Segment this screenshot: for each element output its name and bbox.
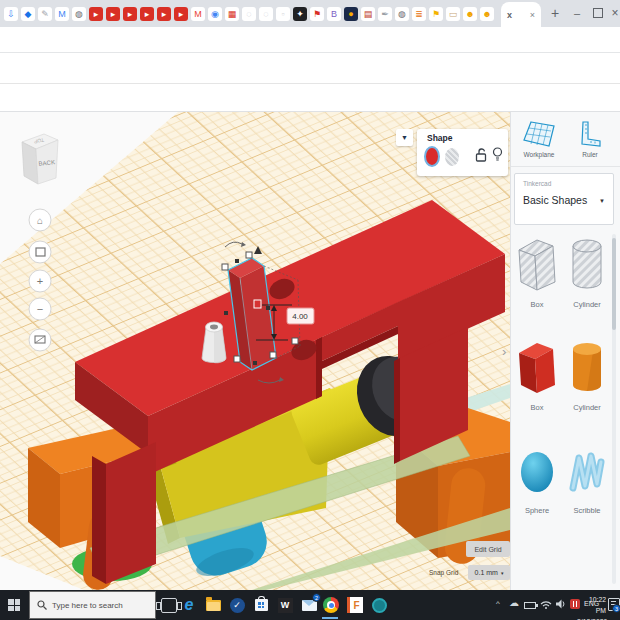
white-cone-shape[interactable]: [202, 322, 226, 363]
visibility-lightbulb-icon[interactable]: [492, 146, 503, 163]
active-tab-favicon: x: [507, 10, 512, 20]
pinned-tab[interactable]: ▸: [174, 7, 188, 21]
volume-icon[interactable]: [555, 599, 566, 609]
chrome-taskbar-icon[interactable]: [322, 596, 340, 614]
pinned-tab[interactable]: ▤: [361, 7, 375, 21]
category-label: Tinkercad: [523, 180, 551, 187]
snap-grid-dropdown[interactable]: 0.1 mm▾: [468, 565, 510, 580]
pinned-tab[interactable]: ▸: [106, 7, 120, 21]
pinned-tab[interactable]: ◍: [395, 7, 409, 21]
ruler-label: Ruler: [572, 151, 608, 158]
window-close-button[interactable]: ×: [606, 0, 620, 26]
home-icon[interactable]: ⌂: [37, 215, 43, 226]
shape-tile-sphere[interactable]: Sphere: [512, 442, 562, 515]
clock-time: 10:22 PM: [577, 595, 606, 617]
workplane-label: Workplane: [516, 151, 562, 158]
scene-svg: 4.00 TOP BACK ⌂ + − ›: [0, 112, 510, 590]
pinned-tab[interactable]: ✦: [293, 7, 307, 21]
search-icon: [37, 600, 47, 610]
shape-library-grid: Box Cylinder Box Cylinder Sphere Scribbl…: [512, 236, 612, 515]
battery-icon[interactable]: [524, 602, 536, 609]
taskbar-clock[interactable]: 10:22 PM 8/18/2020: [577, 595, 606, 620]
f-app-taskbar-icon[interactable]: F: [346, 596, 364, 614]
pinned-tab[interactable]: ▸: [123, 7, 137, 21]
active-tab[interactable]: x ×: [501, 2, 541, 27]
shape-category-dropdown[interactable]: Tinkercad Basic Shapes ▼: [514, 173, 614, 225]
shape-tile-cylinder-solid[interactable]: Cylinder: [562, 339, 612, 412]
tab-close-icon[interactable]: ×: [530, 10, 535, 20]
teal-app-taskbar-icon[interactable]: [370, 596, 388, 614]
zoom-out-icon: −: [37, 303, 43, 315]
pinned-tabs[interactable]: ⇩◆✎M◍▸▸▸▸▸▸M◉▦◌◌▫✦⚑B●▤✒◍≣⚑▭☻☻: [4, 5, 494, 23]
3d-viewport[interactable]: 4.00 TOP BACK ⌂ + − ›: [0, 112, 510, 590]
pinned-tab[interactable]: M: [191, 7, 205, 21]
w-app-taskbar-icon[interactable]: W: [276, 596, 294, 614]
start-button[interactable]: [0, 590, 28, 620]
chrome-active-underline: [322, 617, 338, 619]
mail-badge: 2: [312, 593, 321, 602]
shape-tile-box-hole[interactable]: Box: [512, 236, 562, 309]
onedrive-cloud-icon[interactable]: ☁: [509, 597, 519, 608]
window-minimize-button[interactable]: –: [568, 0, 586, 26]
pinned-tab[interactable]: ▸: [89, 7, 103, 21]
edit-grid-button[interactable]: Edit Grid: [466, 541, 510, 557]
sidebar-scrollbar-thumb[interactable]: [612, 238, 616, 330]
pinned-tab[interactable]: ▸: [140, 7, 154, 21]
screen: ⇩◆✎M◍▸▸▸▸▸▸M◉▦◌◌▫✦⚑B●▤✒◍≣⚑▭☻☻ x × + – × …: [0, 0, 620, 620]
pinned-tab[interactable]: ≣: [412, 7, 426, 21]
pinned-tab[interactable]: ☻: [463, 7, 477, 21]
notification-badge: 3: [612, 604, 620, 613]
edge-taskbar-icon[interactable]: e: [180, 596, 198, 614]
pinned-tab[interactable]: ✒: [378, 7, 392, 21]
pinned-tab[interactable]: ▭: [446, 7, 460, 21]
pinned-tab[interactable]: ⚑: [310, 7, 324, 21]
shape-tile-scribble[interactable]: Scribble: [562, 442, 612, 515]
check-app-taskbar-icon[interactable]: ✓: [228, 596, 246, 614]
mail-taskbar-icon[interactable]: 2: [300, 596, 318, 614]
store-taskbar-icon[interactable]: [252, 596, 270, 614]
shape-tile-box-solid[interactable]: Box: [512, 339, 562, 412]
ruler-tool-icon[interactable]: [578, 120, 602, 148]
chevron-down-icon: ▾: [501, 570, 504, 576]
pinned-tab[interactable]: ☻: [480, 7, 494, 21]
zoom-in-icon: +: [37, 275, 43, 287]
panel-expander-chevron[interactable]: ›: [502, 344, 506, 359]
network-icon[interactable]: [540, 600, 552, 609]
pinned-tab[interactable]: M: [55, 7, 69, 21]
file-explorer-taskbar-icon[interactable]: [204, 596, 222, 614]
category-value: Basic Shapes: [523, 194, 587, 206]
browser-url-bar: ← → ↻ tinkercad.com/things/b68fwcXqxPY-b…: [0, 27, 620, 53]
pinned-tab[interactable]: ◉: [208, 7, 222, 21]
hole-swatch[interactable]: [445, 148, 459, 166]
solid-color-swatch[interactable]: [424, 146, 440, 167]
taskbar-search-input[interactable]: Type here to search: [29, 591, 156, 619]
tray-expand-icon[interactable]: ^: [496, 599, 500, 608]
pinned-tab[interactable]: ◌: [259, 7, 273, 21]
pinned-tab[interactable]: ▸: [157, 7, 171, 21]
fit-view-button: [29, 241, 51, 263]
pinned-tab[interactable]: ⇩: [4, 7, 18, 21]
lock-icon[interactable]: [475, 147, 487, 163]
shape-tile-cylinder-hole[interactable]: Cylinder: [562, 236, 612, 309]
pinned-tab[interactable]: ✎: [38, 7, 52, 21]
chevron-down-icon: ▼: [599, 198, 605, 204]
pinned-tab[interactable]: ◌: [242, 7, 256, 21]
pinned-tab[interactable]: ▦: [225, 7, 239, 21]
pinned-tab[interactable]: ◆: [21, 7, 35, 21]
dimension-value[interactable]: 4.00: [292, 312, 308, 321]
workplane-tool-icon[interactable]: [522, 120, 556, 148]
pinned-tab[interactable]: B: [327, 7, 341, 21]
sidebar-divider: [511, 166, 620, 167]
view-cube[interactable]: TOP BACK: [22, 134, 58, 184]
inspector-collapse-button[interactable]: ▼: [396, 129, 413, 146]
pinned-tab[interactable]: ▫: [276, 7, 290, 21]
search-placeholder: Type here to search: [52, 601, 123, 610]
pinned-tab[interactable]: ⚑: [429, 7, 443, 21]
new-tab-button[interactable]: +: [546, 4, 564, 22]
tinkercad-header: TINKERCAD Brontosaurus: [0, 53, 620, 84]
pinned-tab[interactable]: ●: [344, 7, 358, 21]
window-maximize-button[interactable]: [589, 0, 607, 26]
active-dimension-handle[interactable]: [254, 300, 261, 308]
task-view-icon[interactable]: [161, 598, 177, 613]
pinned-tab[interactable]: ◍: [72, 7, 86, 21]
